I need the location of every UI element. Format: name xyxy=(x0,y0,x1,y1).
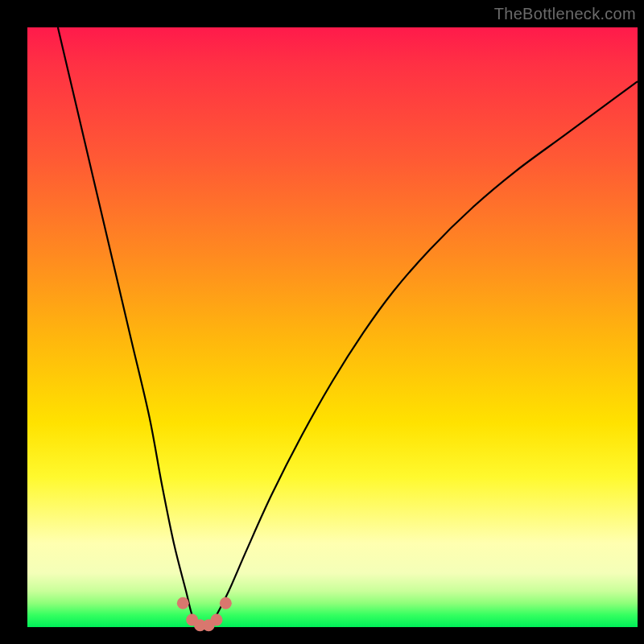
bottleneck-curve xyxy=(58,27,638,627)
curve-marker xyxy=(177,597,189,609)
watermark-text: TheBottleneck.com xyxy=(494,5,636,23)
curve-marker xyxy=(210,614,222,626)
chart-frame: TheBottleneck.com xyxy=(0,0,644,644)
curve-marker xyxy=(220,597,232,609)
curve-layer xyxy=(27,27,638,627)
plot-area xyxy=(27,27,638,627)
curve-markers xyxy=(177,597,232,632)
